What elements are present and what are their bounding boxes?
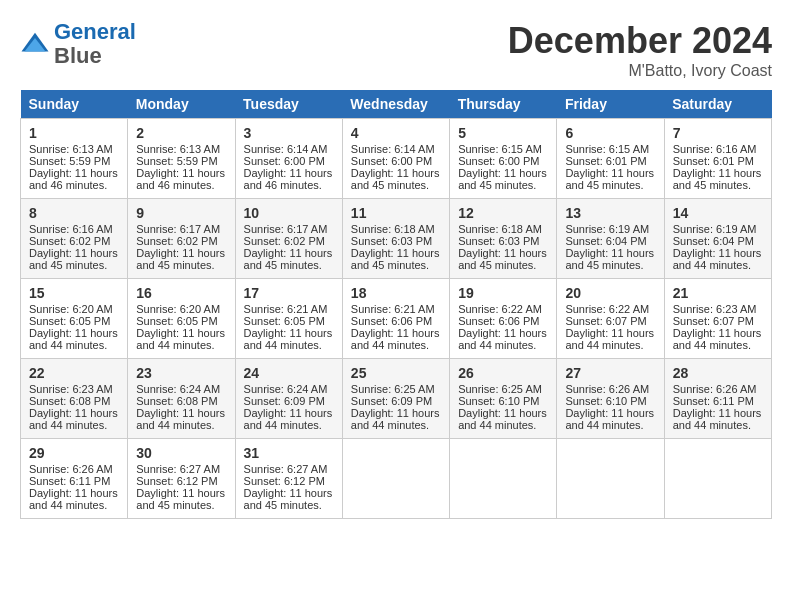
daylight-label: Daylight: 11 hours and 45 minutes. <box>29 247 118 271</box>
daylight-label: Daylight: 11 hours and 46 minutes. <box>244 167 333 191</box>
sunrise-text: Sunrise: 6:26 AM <box>565 383 649 395</box>
daylight-label: Daylight: 11 hours and 45 minutes. <box>458 247 547 271</box>
daylight-label: Daylight: 11 hours and 45 minutes. <box>565 167 654 191</box>
sunrise-text: Sunrise: 6:16 AM <box>673 143 757 155</box>
daylight-label: Daylight: 11 hours and 45 minutes. <box>565 247 654 271</box>
calendar-cell: 28Sunrise: 6:26 AMSunset: 6:11 PMDayligh… <box>664 359 771 439</box>
day-number: 9 <box>136 205 226 221</box>
sunset-text: Sunset: 6:10 PM <box>565 395 646 407</box>
daylight-label: Daylight: 11 hours and 45 minutes. <box>351 247 440 271</box>
sunset-text: Sunset: 6:03 PM <box>458 235 539 247</box>
day-number: 31 <box>244 445 334 461</box>
day-number: 4 <box>351 125 441 141</box>
sunrise-text: Sunrise: 6:17 AM <box>244 223 328 235</box>
calendar-cell: 1Sunrise: 6:13 AMSunset: 5:59 PMDaylight… <box>21 119 128 199</box>
sunrise-text: Sunrise: 6:15 AM <box>458 143 542 155</box>
sunset-text: Sunset: 6:09 PM <box>244 395 325 407</box>
day-header-saturday: Saturday <box>664 90 771 119</box>
calendar-week-3: 15Sunrise: 6:20 AMSunset: 6:05 PMDayligh… <box>21 279 772 359</box>
daylight-label: Daylight: 11 hours and 44 minutes. <box>458 327 547 351</box>
day-number: 12 <box>458 205 548 221</box>
sunset-text: Sunset: 6:06 PM <box>351 315 432 327</box>
day-number: 7 <box>673 125 763 141</box>
logo-text: GeneralBlue <box>54 20 136 68</box>
daylight-label: Daylight: 11 hours and 45 minutes. <box>673 167 762 191</box>
sunrise-text: Sunrise: 6:19 AM <box>565 223 649 235</box>
sunset-text: Sunset: 6:02 PM <box>244 235 325 247</box>
daylight-label: Daylight: 11 hours and 44 minutes. <box>673 407 762 431</box>
daylight-label: Daylight: 11 hours and 44 minutes. <box>565 327 654 351</box>
day-number: 30 <box>136 445 226 461</box>
sunrise-text: Sunrise: 6:16 AM <box>29 223 113 235</box>
sunset-text: Sunset: 6:05 PM <box>136 315 217 327</box>
calendar-cell: 13Sunrise: 6:19 AMSunset: 6:04 PMDayligh… <box>557 199 664 279</box>
sunset-text: Sunset: 6:01 PM <box>565 155 646 167</box>
calendar-week-1: 1Sunrise: 6:13 AMSunset: 5:59 PMDaylight… <box>21 119 772 199</box>
sunrise-text: Sunrise: 6:14 AM <box>351 143 435 155</box>
calendar-cell: 7Sunrise: 6:16 AMSunset: 6:01 PMDaylight… <box>664 119 771 199</box>
sunrise-text: Sunrise: 6:20 AM <box>29 303 113 315</box>
page-header: GeneralBlue December 2024 M'Batto, Ivory… <box>20 20 772 80</box>
sunset-text: Sunset: 6:02 PM <box>136 235 217 247</box>
daylight-label: Daylight: 11 hours and 44 minutes. <box>673 247 762 271</box>
sunrise-text: Sunrise: 6:14 AM <box>244 143 328 155</box>
day-number: 6 <box>565 125 655 141</box>
day-number: 22 <box>29 365 119 381</box>
daylight-label: Daylight: 11 hours and 44 minutes. <box>351 407 440 431</box>
calendar-week-5: 29Sunrise: 6:26 AMSunset: 6:11 PMDayligh… <box>21 439 772 519</box>
sunset-text: Sunset: 6:00 PM <box>244 155 325 167</box>
calendar-cell <box>450 439 557 519</box>
sunset-text: Sunset: 6:04 PM <box>565 235 646 247</box>
calendar-table: SundayMondayTuesdayWednesdayThursdayFrid… <box>20 90 772 519</box>
calendar-header-row: SundayMondayTuesdayWednesdayThursdayFrid… <box>21 90 772 119</box>
sunrise-text: Sunrise: 6:27 AM <box>136 463 220 475</box>
day-number: 1 <box>29 125 119 141</box>
sunset-text: Sunset: 6:08 PM <box>136 395 217 407</box>
sunrise-text: Sunrise: 6:18 AM <box>458 223 542 235</box>
sunset-text: Sunset: 6:00 PM <box>458 155 539 167</box>
sunset-text: Sunset: 6:11 PM <box>673 395 754 407</box>
sunset-text: Sunset: 5:59 PM <box>136 155 217 167</box>
calendar-cell: 25Sunrise: 6:25 AMSunset: 6:09 PMDayligh… <box>342 359 449 439</box>
calendar-cell: 10Sunrise: 6:17 AMSunset: 6:02 PMDayligh… <box>235 199 342 279</box>
sunrise-text: Sunrise: 6:23 AM <box>673 303 757 315</box>
calendar-cell: 31Sunrise: 6:27 AMSunset: 6:12 PMDayligh… <box>235 439 342 519</box>
sunset-text: Sunset: 6:05 PM <box>244 315 325 327</box>
sunset-text: Sunset: 6:10 PM <box>458 395 539 407</box>
sunrise-text: Sunrise: 6:21 AM <box>244 303 328 315</box>
daylight-label: Daylight: 11 hours and 44 minutes. <box>565 407 654 431</box>
calendar-cell: 5Sunrise: 6:15 AMSunset: 6:00 PMDaylight… <box>450 119 557 199</box>
calendar-cell: 6Sunrise: 6:15 AMSunset: 6:01 PMDaylight… <box>557 119 664 199</box>
calendar-cell: 26Sunrise: 6:25 AMSunset: 6:10 PMDayligh… <box>450 359 557 439</box>
sunset-text: Sunset: 6:12 PM <box>136 475 217 487</box>
sunrise-text: Sunrise: 6:26 AM <box>673 383 757 395</box>
daylight-label: Daylight: 11 hours and 44 minutes. <box>244 327 333 351</box>
sunrise-text: Sunrise: 6:22 AM <box>458 303 542 315</box>
calendar-cell: 16Sunrise: 6:20 AMSunset: 6:05 PMDayligh… <box>128 279 235 359</box>
day-header-sunday: Sunday <box>21 90 128 119</box>
logo: GeneralBlue <box>20 20 136 68</box>
day-header-monday: Monday <box>128 90 235 119</box>
sunset-text: Sunset: 6:00 PM <box>351 155 432 167</box>
day-number: 25 <box>351 365 441 381</box>
sunrise-text: Sunrise: 6:13 AM <box>29 143 113 155</box>
sunrise-text: Sunrise: 6:15 AM <box>565 143 649 155</box>
daylight-label: Daylight: 11 hours and 44 minutes. <box>29 407 118 431</box>
daylight-label: Daylight: 11 hours and 45 minutes. <box>351 167 440 191</box>
day-number: 3 <box>244 125 334 141</box>
sunrise-text: Sunrise: 6:26 AM <box>29 463 113 475</box>
day-number: 14 <box>673 205 763 221</box>
sunrise-text: Sunrise: 6:27 AM <box>244 463 328 475</box>
day-number: 17 <box>244 285 334 301</box>
day-number: 2 <box>136 125 226 141</box>
day-number: 29 <box>29 445 119 461</box>
sunrise-text: Sunrise: 6:13 AM <box>136 143 220 155</box>
sunset-text: Sunset: 5:59 PM <box>29 155 110 167</box>
calendar-cell: 12Sunrise: 6:18 AMSunset: 6:03 PMDayligh… <box>450 199 557 279</box>
sunrise-text: Sunrise: 6:24 AM <box>136 383 220 395</box>
calendar-cell: 18Sunrise: 6:21 AMSunset: 6:06 PMDayligh… <box>342 279 449 359</box>
calendar-cell: 9Sunrise: 6:17 AMSunset: 6:02 PMDaylight… <box>128 199 235 279</box>
logo-icon <box>20 29 50 59</box>
calendar-cell: 8Sunrise: 6:16 AMSunset: 6:02 PMDaylight… <box>21 199 128 279</box>
day-number: 18 <box>351 285 441 301</box>
